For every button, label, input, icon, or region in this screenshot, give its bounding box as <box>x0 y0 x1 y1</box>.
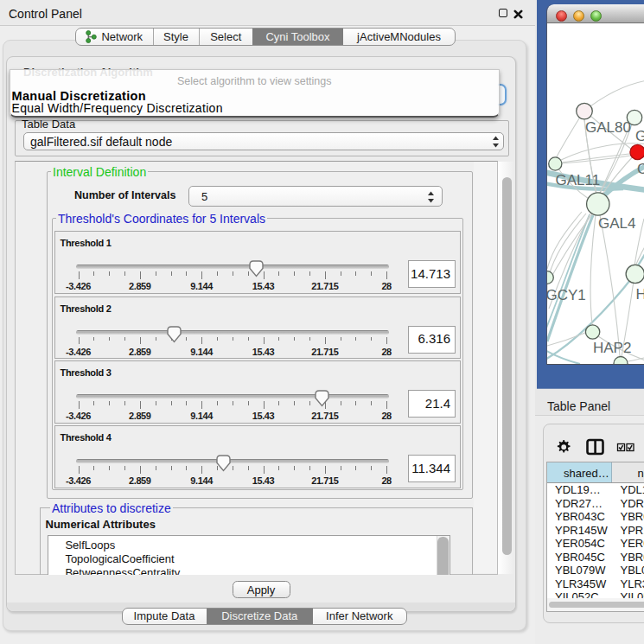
svg-text:GAL4: GAL4 <box>598 215 635 232</box>
svg-text:GAL11: GAL11 <box>556 172 601 188</box>
svg-text:GCY1: GCY1 <box>547 287 586 303</box>
svg-text:C: C <box>637 161 644 177</box>
svg-text:H: H <box>636 286 644 303</box>
svg-text:HAP2: HAP2 <box>593 340 631 356</box>
svg-text:G.: G. <box>635 128 644 144</box>
svg-text:GAL80: GAL80 <box>585 119 631 136</box>
